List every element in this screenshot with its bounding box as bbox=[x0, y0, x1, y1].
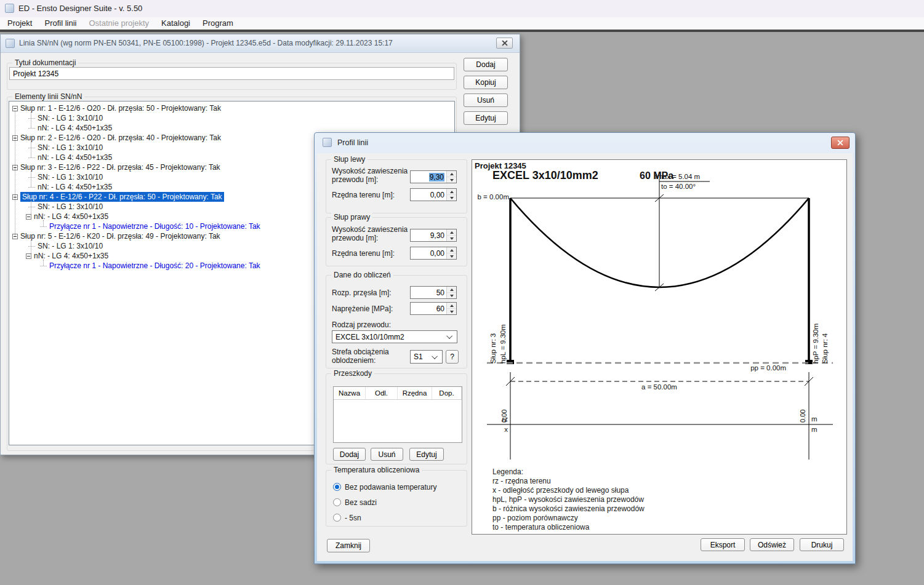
desktop: ED - Ensto Designer Suite - v. 5.50 Proj… bbox=[0, 0, 924, 585]
obstacles-group-label: Przeszkody bbox=[331, 369, 374, 378]
tension-label: Naprężenie [MPa]: bbox=[332, 304, 393, 313]
tree-item[interactable]: nN: - LG 4: 4x50+1x35 bbox=[9, 123, 440, 133]
radio-icon[interactable] bbox=[333, 498, 341, 506]
line-button-edytuj[interactable]: Edytuj bbox=[464, 111, 508, 125]
app-titlebar: ED - Ensto Designer Suite - v. 5.50 bbox=[0, 0, 924, 17]
obstacles-column-header[interactable]: Dop. bbox=[432, 387, 462, 399]
spin-up-icon[interactable] bbox=[447, 247, 456, 253]
spin-up-icon[interactable] bbox=[447, 287, 456, 293]
conductor-value: EXCEL 3x10/10mm2 bbox=[335, 333, 404, 341]
line-button-dodaj[interactable]: Dodaj bbox=[464, 58, 508, 71]
right-pole-group-label: Słup prawy bbox=[331, 213, 372, 221]
left-pole-group-label: Słup lewy bbox=[331, 155, 368, 164]
chart-legend: Legenda:rz - rzędna terenux - odległość … bbox=[492, 468, 645, 532]
legend-line: Legenda: bbox=[492, 468, 645, 477]
legend-line: pp - poziom porównawczy bbox=[492, 514, 645, 523]
tree-item-label: SN: - LG 1: 3x10/10 bbox=[38, 173, 103, 181]
profile-chart: Projekt 12345 EXCEL 3x10/10mm2 60 MPa fm… bbox=[472, 159, 847, 535]
line-dialog-icon bbox=[6, 39, 15, 48]
help-button[interactable]: ? bbox=[446, 350, 459, 364]
right-elevation-value[interactable]: 0,00 bbox=[411, 247, 446, 259]
spin-down-icon[interactable] bbox=[447, 236, 456, 241]
right-height-label: Wysokość zawieszenia przewodu [m]: bbox=[332, 225, 409, 242]
temperature-group-label: Temperatura obliczeniowa bbox=[331, 466, 422, 474]
line-dialog-titlebar[interactable]: Linia SN/nN (wg norm PN-EN 50341, PN-E 0… bbox=[1, 34, 520, 53]
tree-line bbox=[31, 112, 31, 128]
left-height-spinner[interactable]: 9,30 bbox=[410, 170, 457, 183]
line-button-kopiuj[interactable]: Kopiuj bbox=[464, 76, 508, 89]
menubar: ProjektProfil liniiOstatnie projektyKata… bbox=[0, 17, 924, 30]
temperature-option-label[interactable]: - 5sn bbox=[345, 514, 361, 522]
close-icon[interactable] bbox=[496, 38, 513, 49]
axis-x-label: x bbox=[489, 426, 508, 433]
legend-line: hpL, hpP - wysokości zawieszenia przewod… bbox=[492, 495, 645, 504]
left-pole-hp-label: hpL = 9.30m bbox=[499, 284, 507, 364]
legend-line: x - odległość przeszkody od lewego słupa bbox=[492, 486, 645, 495]
left-elevation-spinner[interactable]: 0,00 bbox=[410, 188, 457, 201]
tree-item-label: Przyłącze nr 1 - Napowietrzne - Długość:… bbox=[49, 261, 260, 270]
legend-line: b - różnica wysokości zawieszenia przewo… bbox=[492, 504, 645, 514]
spin-up-icon[interactable] bbox=[447, 303, 456, 309]
rz-right-value: 0.00 bbox=[799, 402, 806, 423]
right-height-value[interactable]: 9,30 bbox=[411, 229, 446, 241]
left-pole-name-label: Słup nr: 3 bbox=[489, 284, 497, 364]
spin-down-icon[interactable] bbox=[447, 253, 456, 259]
menu-item-projekt[interactable]: Projekt bbox=[1, 17, 38, 30]
menu-item-program[interactable]: Program bbox=[196, 17, 239, 30]
footer-button-drukuj[interactable]: Drukuj bbox=[800, 538, 844, 551]
profile-dialog-body: Słup lewy Wysokość zawieszenia przewodu … bbox=[317, 153, 853, 561]
spin-down-icon[interactable] bbox=[447, 293, 456, 298]
spin-down-icon[interactable] bbox=[447, 177, 456, 183]
chart-to-label: to = 40.00° bbox=[661, 183, 696, 190]
tree-item[interactable]: SN: - LG 1: 3x10/10 bbox=[9, 113, 440, 123]
menu-item-katalogi[interactable]: Katalogi bbox=[155, 17, 196, 30]
tree-connector-icon bbox=[28, 207, 35, 207]
obstacles-table[interactable]: NazwaOdl.RzędnaDop. bbox=[333, 386, 462, 443]
menu-item-ostatnie-projekty[interactable]: Ostatnie projekty bbox=[82, 17, 155, 30]
tree-item-label: SN: - LG 1: 3x10/10 bbox=[38, 242, 103, 250]
legend-line: rz - rzędna terenu bbox=[492, 477, 645, 486]
doc-title-input[interactable]: Projekt 12345 bbox=[9, 67, 454, 80]
spin-up-icon[interactable] bbox=[447, 189, 456, 195]
tension-value[interactable]: 60 bbox=[411, 303, 446, 314]
tree-item[interactable]: Słup nr: 1 - E-12/6 - O20 - Dł. przęsła:… bbox=[9, 103, 440, 113]
span-spinner[interactable]: 50 bbox=[410, 286, 457, 299]
ice-zone-select[interactable]: S1 bbox=[410, 350, 443, 364]
tree-connector-icon bbox=[28, 187, 35, 188]
footer-button-odswiez[interactable]: Odśwież bbox=[750, 538, 794, 551]
left-height-value[interactable]: 9,30 bbox=[429, 173, 444, 181]
tree-line bbox=[31, 201, 31, 217]
obstacle-button-usun[interactable]: Usuń bbox=[371, 448, 403, 461]
right-height-spinner[interactable]: 9,30 bbox=[410, 229, 457, 242]
obstacle-button-dodaj[interactable]: Dodaj bbox=[333, 448, 366, 461]
spin-up-icon[interactable] bbox=[447, 171, 456, 177]
menu-item-profil-linii[interactable]: Profil linii bbox=[38, 17, 82, 30]
temperature-option-label[interactable]: Bez podawania temperatury bbox=[345, 483, 436, 491]
obstacle-button-edytuj[interactable]: Edytuj bbox=[409, 448, 444, 461]
conductor-select[interactable]: EXCEL 3x10/10mm2 bbox=[332, 330, 457, 343]
axis-rz-label: rz bbox=[489, 415, 508, 423]
footer-button-eksport[interactable]: Eksport bbox=[701, 538, 745, 551]
radio-icon[interactable] bbox=[333, 514, 341, 522]
tension-spinner[interactable]: 60 bbox=[410, 302, 457, 315]
temperature-option-label[interactable]: Bez sadzi bbox=[345, 498, 377, 507]
spin-down-icon[interactable] bbox=[447, 195, 456, 201]
tree-item-label: Przyłącze nr 1 - Napowietrzne - Długość:… bbox=[49, 222, 260, 231]
obstacles-column-header[interactable]: Odl. bbox=[366, 387, 398, 399]
chart-tension-label: 60 MPa bbox=[640, 170, 673, 181]
tree-expand-icon[interactable] bbox=[12, 106, 18, 111]
span-value[interactable]: 50 bbox=[411, 287, 446, 298]
left-elevation-value[interactable]: 0,00 bbox=[411, 189, 446, 201]
spin-up-icon[interactable] bbox=[447, 229, 456, 236]
line-button-usun[interactable]: Usuń bbox=[464, 94, 508, 107]
obstacles-column-header[interactable]: Rzędna bbox=[398, 387, 432, 399]
spin-down-icon[interactable] bbox=[447, 309, 456, 314]
close-icon[interactable] bbox=[831, 137, 850, 149]
close-dialog-button[interactable]: Zamknij bbox=[327, 539, 370, 552]
tree-connector-icon bbox=[28, 118, 35, 119]
tree-line bbox=[31, 171, 31, 187]
tree-line bbox=[43, 260, 44, 266]
radio-icon[interactable] bbox=[333, 483, 341, 491]
right-elevation-spinner[interactable]: 0,00 bbox=[410, 247, 457, 260]
obstacles-column-header[interactable]: Nazwa bbox=[334, 387, 366, 399]
